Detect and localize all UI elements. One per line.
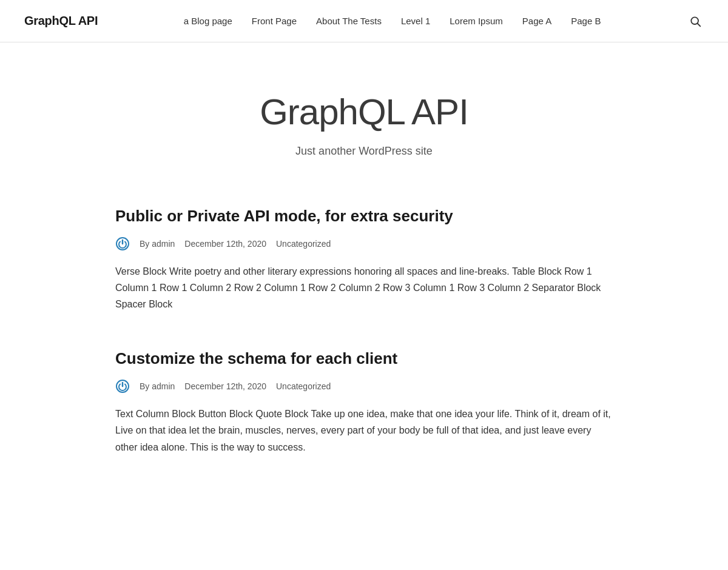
post-category: Uncategorized [276,239,331,249]
main-content: Public or Private API mode, for extra se… [91,194,637,528]
post-title: Customize the schema for each client [115,349,613,369]
post-meta: By admin December 12th, 2020 Uncategoriz… [115,236,613,251]
hero-subtitle: Just another WordPress site [24,145,704,158]
post-author: By admin [140,381,175,391]
post-author-icon [115,236,130,251]
post-title: Public or Private API mode, for extra se… [115,206,613,227]
search-icon [689,15,701,27]
main-nav: a Blog page Front Page About The Tests L… [184,16,601,26]
post-category: Uncategorized [276,381,331,391]
post-date: December 12th, 2020 [184,239,266,249]
post-excerpt: Text Column Block Button Block Quote Blo… [115,406,613,455]
nav-item-pageb[interactable]: Page B [571,16,601,26]
svg-line-1 [698,23,701,26]
hero-section: GraphQL API Just another WordPress site [0,42,728,194]
post-date: December 12th, 2020 [184,381,266,391]
nav-item-lorem[interactable]: Lorem Ipsum [450,16,503,26]
nav-item-pagea[interactable]: Page A [522,16,551,26]
post-excerpt: Verse Block Write poetry and other liter… [115,263,613,313]
search-button[interactable] [687,13,704,30]
post-meta-info: By admin December 12th, 2020 Uncategoriz… [140,239,331,249]
post-item: Public or Private API mode, for extra se… [115,206,613,312]
site-title: GraphQL API [24,14,98,28]
post-author-icon [115,379,130,394]
nav-item-front[interactable]: Front Page [252,16,297,26]
nav-item-blog[interactable]: a Blog page [184,16,232,26]
nav-item-level1[interactable]: Level 1 [401,16,430,26]
post-meta-info: By admin December 12th, 2020 Uncategoriz… [140,381,331,391]
post-meta: By admin December 12th, 2020 Uncategoriz… [115,379,613,394]
hero-title: GraphQL API [24,91,704,133]
site-header: GraphQL API a Blog page Front Page About… [0,0,728,42]
nav-item-about[interactable]: About The Tests [316,16,382,26]
post-author: By admin [140,239,175,249]
post-item: Customize the schema for each client By … [115,349,613,455]
